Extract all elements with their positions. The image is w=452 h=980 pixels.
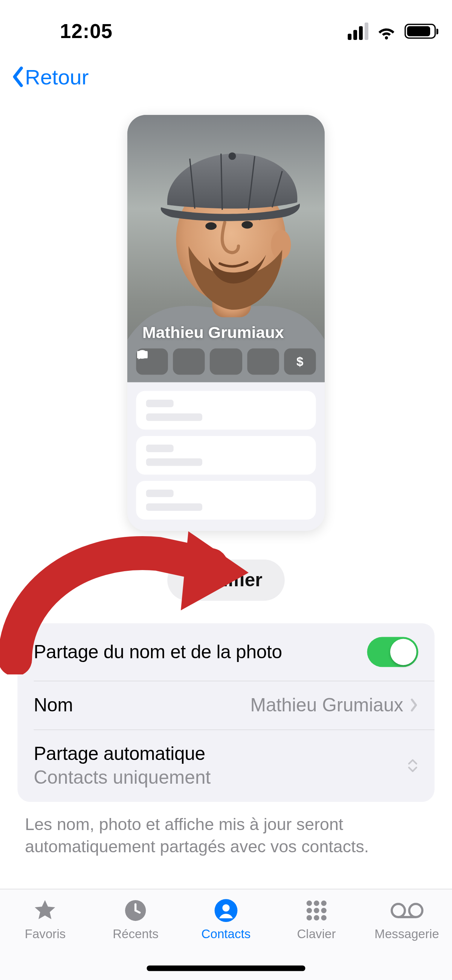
chevron-left-icon — [11, 66, 24, 88]
keypad-icon — [304, 898, 329, 923]
svg-point-14 — [314, 908, 319, 913]
nav-bar: Retour — [0, 62, 452, 97]
modify-button[interactable]: Modifier — [167, 560, 285, 601]
svg-point-19 — [392, 904, 404, 917]
name-label: Nom — [34, 694, 73, 716]
mail-action[interactable] — [247, 348, 279, 375]
svg-point-17 — [314, 915, 319, 921]
svg-point-5 — [242, 221, 253, 229]
share-name-photo-row: Partage du nom et de la photo — [18, 623, 434, 681]
status-bar: 12:05 — [0, 0, 452, 62]
name-row[interactable]: Nom Mathieu Grumiaux — [18, 681, 434, 729]
tab-label: Clavier — [297, 927, 336, 941]
card-action-row: $ — [136, 348, 316, 375]
svg-point-11 — [314, 900, 319, 906]
svg-point-13 — [306, 908, 312, 913]
mail-icon — [136, 348, 148, 361]
auto-share-value: Contacts uniquement — [34, 767, 211, 788]
video-action[interactable] — [210, 348, 242, 375]
tab-bar: Favoris Récents Contacts Clavier — [0, 889, 452, 980]
auto-share-label: Partage automatique — [34, 743, 211, 764]
wifi-icon — [377, 22, 396, 41]
back-button[interactable]: Retour — [11, 65, 89, 89]
contact-photo: Mathieu Grumiaux $ — [127, 115, 325, 382]
sharing-footer-note: Les nom, photo et affiche mis à jour ser… — [25, 813, 427, 859]
chevron-right-icon — [409, 697, 418, 713]
voicemail-icon — [390, 898, 425, 923]
svg-point-6 — [229, 152, 236, 160]
svg-point-16 — [306, 915, 312, 921]
up-down-chevron-icon — [407, 759, 419, 772]
star-icon — [33, 898, 57, 923]
dollar-icon: $ — [296, 355, 303, 369]
card-body-placeholder — [127, 382, 325, 530]
svg-point-9 — [222, 904, 229, 912]
tab-label: Favoris — [25, 927, 66, 941]
status-time: 12:05 — [60, 20, 113, 43]
back-label: Retour — [25, 65, 89, 89]
name-value: Mathieu Grumiaux — [250, 694, 403, 716]
svg-point-15 — [321, 908, 326, 913]
tab-voicemail[interactable]: Messagerie — [361, 889, 452, 980]
tab-label: Récents — [113, 927, 159, 941]
share-name-photo-label: Partage du nom et de la photo — [34, 641, 282, 662]
cellular-signal-icon — [348, 22, 368, 40]
status-indicators — [348, 22, 436, 41]
pay-action[interactable]: $ — [284, 348, 316, 375]
call-action[interactable] — [173, 348, 205, 375]
sharing-settings-group: Partage du nom et de la photo Nom Mathie… — [18, 623, 434, 802]
share-name-photo-toggle[interactable] — [367, 637, 419, 667]
battery-icon — [404, 24, 436, 39]
clock-icon — [123, 898, 148, 923]
svg-point-12 — [321, 900, 326, 906]
person-icon — [213, 898, 239, 923]
home-indicator — [147, 965, 306, 971]
svg-point-18 — [321, 915, 326, 921]
auto-share-row[interactable]: Partage automatique Contacts uniquement — [18, 729, 434, 802]
tab-label: Contacts — [202, 927, 251, 941]
svg-point-20 — [409, 904, 422, 917]
contact-name: Mathieu Grumiaux — [142, 323, 310, 342]
svg-point-10 — [306, 900, 312, 906]
tab-label: Messagerie — [374, 927, 439, 941]
contact-poster-preview: Mathieu Grumiaux $ — [127, 115, 325, 531]
tab-favorites[interactable]: Favoris — [0, 889, 91, 980]
svg-point-4 — [205, 222, 216, 230]
